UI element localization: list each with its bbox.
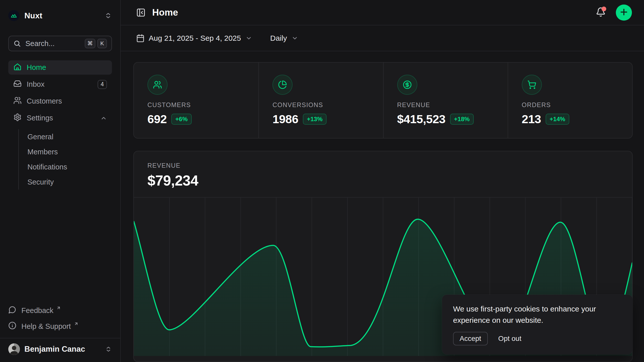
page-title: Home xyxy=(152,7,178,18)
stat-delta-badge: +14% xyxy=(546,114,569,125)
filters-toolbar: Aug 21, 2025 - Sep 4, 2025 Daily xyxy=(121,25,644,51)
notification-dot xyxy=(601,7,606,11)
accept-button[interactable]: Accept xyxy=(453,332,488,345)
granularity-value: Daily xyxy=(270,34,287,42)
stat-value: $415,523 xyxy=(397,112,446,126)
chevrons-up-down-icon xyxy=(104,12,112,19)
stat-label: REVENUE xyxy=(397,101,508,109)
stat-card-revenue[interactable]: REVENUE $415,523 +18% xyxy=(383,63,508,138)
sidebar-item-security[interactable]: Security xyxy=(27,174,112,190)
stat-label: CONVERSIONS xyxy=(272,101,383,109)
sidebar-item-general[interactable]: General xyxy=(27,129,112,144)
feedback-link[interactable]: Feedback xyxy=(8,303,112,319)
workspace-name: Nuxt xyxy=(24,11,99,20)
inbox-icon xyxy=(13,79,22,89)
stats-row: CUSTOMERS 692 +6% CONVERSIONS 1986 xyxy=(133,62,633,139)
chevron-down-icon xyxy=(246,35,252,41)
sidebar-spacer xyxy=(8,190,112,303)
sidebar-item-label: Settings xyxy=(27,114,95,122)
kbd-k: K xyxy=(97,39,107,48)
stat-card-orders[interactable]: ORDERS 213 +14% xyxy=(508,63,632,138)
external-link-icon xyxy=(74,322,78,326)
stat-label: ORDERS xyxy=(522,101,632,109)
calendar-icon xyxy=(136,34,145,42)
stat-delta-badge: +18% xyxy=(450,114,474,125)
add-button[interactable] xyxy=(616,5,632,21)
sidebar-item-label: Customers xyxy=(27,97,107,105)
help-support-link[interactable]: Help & Support xyxy=(8,319,112,334)
kbd-cmd: ⌘ xyxy=(85,39,95,48)
page-header: Home xyxy=(121,0,644,25)
sidebar-item-customers[interactable]: Customers xyxy=(8,94,112,108)
sidebar-divider xyxy=(0,338,120,338)
stat-value: 1986 xyxy=(272,112,298,126)
user-name: Benjamin Canac xyxy=(24,345,100,354)
external-link-icon xyxy=(56,306,61,310)
inbox-count-badge: 4 xyxy=(98,80,107,89)
nuxt-logo-icon xyxy=(8,10,19,21)
search-icon xyxy=(13,40,21,47)
panel-left-close-icon[interactable] xyxy=(136,8,146,17)
main-area: Home xyxy=(121,0,644,362)
search-placeholder: Search... xyxy=(25,39,80,48)
stat-card-conversions[interactable]: CONVERSIONS 1986 +13% xyxy=(258,63,383,138)
message-bubble-icon xyxy=(8,306,16,315)
shopping-cart-icon xyxy=(522,75,542,95)
cookie-message: We use first-party cookies to enhance yo… xyxy=(453,303,622,326)
date-range-value: Aug 21, 2025 - Sep 4, 2025 xyxy=(149,34,241,42)
pie-chart-icon xyxy=(272,75,293,95)
circle-dollar-icon xyxy=(397,75,417,95)
feedback-label: Feedback xyxy=(21,306,53,315)
notifications-button[interactable] xyxy=(596,7,606,18)
cookie-banner: We use first-party cookies to enhance yo… xyxy=(442,295,633,354)
users-icon xyxy=(13,96,22,106)
user-menu[interactable]: Benjamin Canac xyxy=(8,341,112,357)
house-icon xyxy=(13,63,22,73)
sidebar: Nuxt Search... ⌘ K xyxy=(0,0,121,362)
granularity-select[interactable]: Daily xyxy=(270,34,298,42)
avatar xyxy=(8,343,20,355)
chevron-up-icon xyxy=(100,115,107,121)
stat-delta-badge: +6% xyxy=(171,114,192,125)
plus-icon xyxy=(619,7,629,18)
sidebar-item-home[interactable]: Home xyxy=(8,60,112,75)
settings-submenu: General Members Notifications Security xyxy=(18,129,112,190)
info-circle-icon xyxy=(8,322,16,331)
search-input[interactable]: Search... ⌘ K xyxy=(8,36,112,51)
workspace-switcher[interactable]: Nuxt xyxy=(8,10,112,21)
stat-card-customers[interactable]: CUSTOMERS 692 +6% xyxy=(134,63,258,138)
revenue-chart-label: REVENUE xyxy=(147,162,619,169)
help-support-label: Help & Support xyxy=(21,322,71,331)
opt-out-button[interactable]: Opt out xyxy=(498,335,521,343)
sidebar-item-settings[interactable]: Settings xyxy=(8,111,112,125)
chevron-down-icon xyxy=(292,35,298,41)
chevrons-up-down-icon xyxy=(105,346,112,353)
stat-label: CUSTOMERS xyxy=(147,101,258,109)
sidebar-item-label: Inbox xyxy=(27,80,93,88)
sidebar-item-notifications[interactable]: Notifications xyxy=(27,159,112,174)
sidebar-item-inbox[interactable]: Inbox 4 xyxy=(8,77,112,92)
revenue-chart-value: $79,234 xyxy=(147,172,619,189)
sidebar-nav: Home Inbox 4 C xyxy=(8,60,112,190)
gear-icon xyxy=(13,113,22,123)
revenue-chart-header: REVENUE $79,234 xyxy=(134,151,632,197)
stat-delta-badge: +13% xyxy=(303,114,327,125)
sidebar-item-label: Home xyxy=(27,63,107,72)
search-shortcut: ⌘ K xyxy=(85,39,107,48)
stat-value: 213 xyxy=(522,112,541,126)
sidebar-item-members[interactable]: Members xyxy=(27,144,112,159)
stat-value: 692 xyxy=(147,112,167,126)
users-icon xyxy=(147,75,168,95)
date-range-picker[interactable]: Aug 21, 2025 - Sep 4, 2025 xyxy=(136,34,252,42)
app-window: Nuxt Search... ⌘ K xyxy=(0,0,644,362)
